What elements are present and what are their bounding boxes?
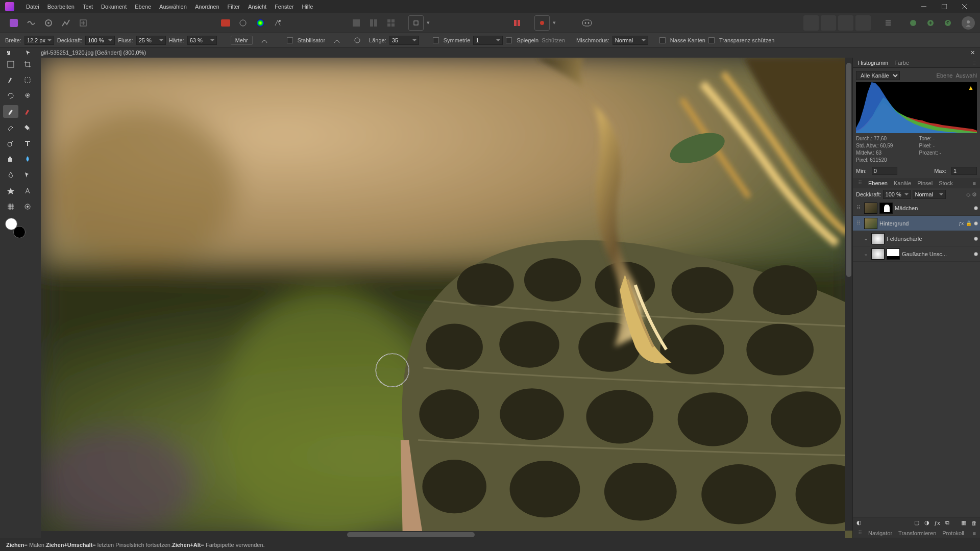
menu-edit[interactable]: Bearbeiten — [43, 4, 79, 10]
mask-mode-icon[interactable]: ◐ — [855, 519, 863, 527]
add-live-filter-icon[interactable]: ⧉ — [943, 519, 951, 527]
window-minimize[interactable] — [914, 0, 934, 13]
layer-toggle[interactable]: Ebene — [937, 72, 953, 79]
pen-tool[interactable] — [3, 168, 18, 181]
layer-visibility-toggle[interactable] — [974, 237, 978, 241]
channels-select[interactable]: Alle Kanäle — [856, 71, 900, 80]
node-tool[interactable] — [20, 168, 35, 181]
tab-navigator[interactable]: Navigator — [865, 529, 895, 537]
more-button[interactable]: Mehr — [231, 36, 253, 45]
layer-visibility-toggle[interactable] — [974, 221, 978, 226]
persona-develop-icon[interactable] — [41, 15, 56, 31]
align-3-icon[interactable] — [838, 15, 853, 31]
window-stab-icon[interactable] — [350, 33, 365, 48]
layer-mask-thumb[interactable] — [887, 248, 900, 260]
opacity-input[interactable]: 100 % — [85, 36, 115, 45]
pressure-icon[interactable] — [257, 33, 272, 48]
min-input[interactable] — [872, 167, 897, 175]
menu-view[interactable]: Ansicht — [244, 4, 271, 10]
align-1-icon[interactable] — [803, 15, 819, 31]
cloud-1-icon[interactable] — [905, 15, 921, 31]
wet-edges-checkbox[interactable] — [659, 37, 666, 43]
target-icon[interactable] — [408, 15, 424, 31]
layer-name[interactable]: Mädchen — [895, 205, 972, 211]
foreground-color[interactable] — [5, 218, 17, 230]
blendmode-select[interactable]: Normal — [612, 36, 648, 45]
arrange-icon[interactable] — [880, 15, 896, 31]
panel-menu-icon[interactable]: ≡ — [970, 179, 978, 187]
horizontal-scrollbar[interactable] — [41, 531, 845, 538]
cloud-3-icon[interactable] — [940, 15, 955, 31]
menu-window[interactable]: Fenster — [271, 4, 298, 10]
clone-tool[interactable] — [3, 153, 18, 165]
panel-menu-icon[interactable]: ≡ — [970, 529, 978, 537]
paint-brush-tool[interactable] — [3, 105, 18, 118]
window-close[interactable] — [954, 0, 975, 13]
menu-layer[interactable]: Ebene — [131, 4, 155, 10]
grid-4-icon[interactable] — [383, 15, 399, 31]
max-input[interactable] — [951, 167, 977, 175]
add-mask-icon[interactable]: ▢ — [913, 519, 921, 527]
color-swatches[interactable] — [5, 218, 26, 238]
stabilizer-checkbox[interactable] — [287, 37, 293, 43]
persona-export-icon[interactable] — [76, 15, 91, 31]
add-layer-icon[interactable]: ▦ — [960, 519, 968, 527]
layer-thumb[interactable] — [871, 248, 885, 260]
layer-opacity-input[interactable]: 100 % — [883, 190, 911, 199]
menu-filter[interactable]: Filter — [224, 4, 244, 10]
layer-gear-icon[interactable]: ⚙ — [972, 191, 977, 198]
add-fx-icon[interactable]: ƒx — [933, 519, 941, 527]
vertical-scrollbar[interactable] — [845, 58, 852, 531]
tab-channels[interactable]: Kanäle — [891, 179, 914, 187]
dodge-tool[interactable] — [3, 137, 18, 149]
eyedropper-tool[interactable] — [20, 200, 35, 213]
tab-transform[interactable]: Transformieren — [895, 529, 939, 537]
layer-expand-icon[interactable]: ⌄ — [862, 235, 869, 242]
menu-arrange[interactable]: Anordnen — [191, 4, 224, 10]
cloud-2-icon[interactable] — [923, 15, 938, 31]
snapping-icon[interactable] — [534, 15, 550, 31]
layer-list[interactable]: ⠿ Mädchen ⠿ Hintergrund ƒx 🔒 ⌄ — [853, 201, 980, 517]
selection-brush-tool[interactable] — [3, 73, 18, 86]
document-close-icon[interactable]: ✕ — [970, 49, 975, 56]
marquee-tool[interactable] — [20, 73, 35, 86]
mesh-tool[interactable] — [3, 200, 18, 213]
menu-help[interactable]: Hilfe — [298, 4, 317, 10]
text-tool[interactable] — [20, 137, 35, 149]
width-input[interactable]: 12,2 px — [24, 36, 54, 45]
menu-text[interactable]: Text — [79, 4, 97, 10]
color-replace-tool[interactable] — [20, 105, 35, 118]
assistant-icon[interactable] — [579, 15, 595, 31]
flood-select-tool[interactable] — [20, 89, 35, 102]
warning-icon[interactable]: ▲ — [968, 84, 974, 91]
document-title[interactable]: girl-535251_1920.jpg [Geändert] (300,0%) — [41, 49, 146, 56]
symmetry-checkbox[interactable] — [433, 37, 439, 43]
fill-tool[interactable] — [20, 121, 35, 134]
persona-liquify-icon[interactable] — [23, 15, 39, 31]
layer-expand-icon[interactable]: ⌄ — [862, 251, 869, 257]
protect-alpha-checkbox[interactable] — [708, 37, 715, 43]
tab-brushes[interactable]: Pinsel — [914, 179, 936, 187]
crop-toggle-icon[interactable] — [509, 15, 525, 31]
rope-icon[interactable] — [329, 33, 345, 48]
color-picker-icon[interactable] — [218, 15, 233, 31]
layer-visibility-toggle[interactable] — [974, 206, 978, 210]
protect-label[interactable]: Schützen — [542, 37, 565, 43]
menu-select[interactable]: Auswählen — [155, 4, 191, 10]
layer-thumb[interactable] — [871, 233, 885, 244]
layer-thumb[interactable] — [864, 203, 877, 214]
persona-tone-icon[interactable] — [58, 15, 74, 31]
flow-input[interactable]: 25 % — [136, 36, 166, 45]
layer-mask-thumb[interactable] — [879, 203, 893, 214]
erase-tool[interactable] — [3, 121, 18, 134]
shape-tool[interactable] — [3, 184, 18, 197]
layer-item-hintergrund[interactable]: ⠿ Hintergrund ƒx 🔒 — [853, 216, 980, 231]
color-wheel-icon[interactable] — [253, 15, 268, 31]
layer-item-gauss[interactable]: ⌄ Gaußsche Unsc... — [853, 246, 980, 262]
persona-photo-icon[interactable] — [6, 15, 21, 31]
layer-item-feldunschaerfe[interactable]: ⌄ Feldunschärfe — [853, 231, 980, 246]
layer-thumb[interactable] — [864, 218, 877, 229]
crop-tool[interactable] — [20, 58, 35, 70]
align-2-icon[interactable] — [821, 15, 836, 31]
layer-lock-icon[interactable]: 🔒 — [966, 220, 972, 226]
